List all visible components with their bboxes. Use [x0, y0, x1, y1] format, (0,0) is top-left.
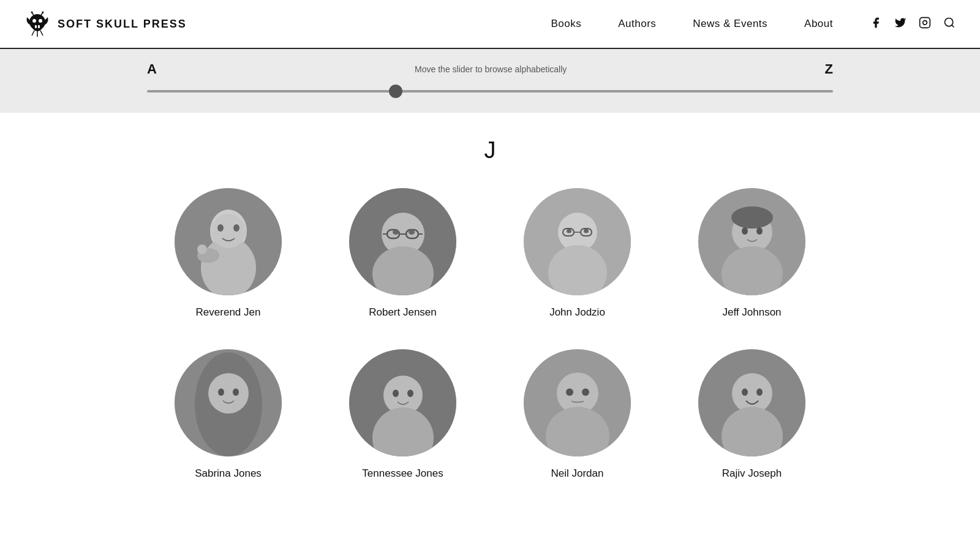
main-content: J Reverend Jen Robert Jensen — [0, 113, 980, 516]
slider-labels: A Move the slider to browse alphabetical… — [147, 61, 833, 77]
author-name-sabrina-jones: Sabrina Jones — [195, 467, 262, 480]
svg-point-52 — [218, 388, 224, 396]
svg-rect-13 — [920, 17, 930, 28]
nav-about[interactable]: About — [804, 18, 833, 30]
alpha-slider-section: A Move the slider to browse alphabetical… — [0, 49, 980, 113]
author-item-rajiv-joseph[interactable]: Rajiv Joseph — [671, 349, 833, 480]
svg-point-58 — [407, 390, 413, 397]
author-item-robert-jensen[interactable]: Robert Jensen — [322, 188, 484, 319]
author-photo-neil-jordan — [524, 349, 631, 456]
svg-point-34 — [409, 230, 415, 235]
author-photo-jeff-johnson — [698, 188, 805, 295]
svg-point-2 — [32, 19, 36, 23]
svg-line-16 — [952, 25, 954, 27]
author-name-rajiv-joseph: Rajiv Joseph — [722, 467, 782, 480]
svg-point-1 — [33, 25, 42, 31]
slider-label-a: A — [147, 61, 157, 77]
author-item-sabrina-jones[interactable]: Sabrina Jones — [147, 349, 309, 480]
author-item-jeff-johnson[interactable]: Jeff Johnson — [671, 188, 833, 319]
svg-point-20 — [211, 214, 246, 248]
author-item-neil-jordan[interactable]: Neil Jordan — [496, 349, 658, 480]
author-name-robert-jensen: Robert Jensen — [369, 306, 437, 319]
svg-point-21 — [217, 224, 224, 232]
svg-point-41 — [567, 229, 571, 233]
author-name-tennessee-jones: Tennessee Jones — [362, 467, 443, 480]
svg-point-15 — [945, 18, 953, 26]
twitter-icon[interactable] — [894, 17, 907, 32]
svg-point-47 — [742, 227, 748, 235]
site-header: SOFT SKULL PRESS Books Authors News & Ev… — [0, 0, 980, 49]
author-item-reverend-jen[interactable]: Reverend Jen — [147, 188, 309, 319]
logo-link[interactable]: SOFT SKULL PRESS — [24, 11, 187, 37]
slider-hint: Move the slider to browse alphabetically — [415, 64, 567, 74]
author-item-tennessee-jones[interactable]: Tennessee Jones — [322, 349, 484, 480]
author-photo-rajiv-joseph — [698, 349, 805, 456]
logo-text: SOFT SKULL PRESS — [58, 18, 187, 31]
svg-point-48 — [756, 227, 763, 235]
author-name-neil-jordan: Neil Jordan — [551, 467, 604, 480]
authors-grid: Reverend Jen Robert Jensen John Jodzio — [147, 188, 833, 480]
svg-point-53 — [233, 388, 239, 396]
svg-point-68 — [756, 388, 763, 396]
instagram-icon[interactable] — [919, 17, 931, 32]
author-photo-tennessee-jones — [349, 349, 456, 456]
current-letter: J — [147, 137, 833, 164]
main-nav: Books Authors News & Events About — [551, 18, 833, 30]
author-photo-john-jodzio — [524, 188, 631, 295]
nav-authors[interactable]: Authors — [618, 18, 656, 30]
author-photo-reverend-jen — [175, 188, 282, 295]
nav-news-events[interactable]: News & Events — [693, 18, 767, 30]
svg-point-51 — [208, 373, 249, 414]
author-photo-robert-jensen — [349, 188, 456, 295]
svg-point-46 — [731, 206, 773, 229]
svg-rect-4 — [35, 25, 37, 28]
author-photo-sabrina-jones — [175, 349, 282, 456]
svg-line-10 — [32, 31, 34, 36]
logo-icon — [24, 11, 50, 37]
slider-label-z: Z — [825, 61, 833, 77]
slider-track-wrapper — [147, 82, 833, 100]
facebook-icon[interactable] — [870, 17, 882, 32]
author-name-jeff-johnson: Jeff Johnson — [722, 306, 781, 319]
nav-books[interactable]: Books — [551, 18, 581, 30]
svg-point-33 — [393, 230, 399, 235]
svg-point-22 — [233, 224, 239, 232]
svg-rect-5 — [38, 25, 40, 28]
svg-point-9 — [42, 12, 44, 13]
svg-point-42 — [584, 229, 589, 233]
author-name-reverend-jen: Reverend Jen — [196, 306, 261, 319]
alpha-slider[interactable] — [147, 90, 833, 93]
svg-point-3 — [39, 19, 42, 23]
author-name-john-jodzio: John Jodzio — [549, 306, 605, 319]
search-button[interactable] — [943, 17, 956, 32]
svg-point-57 — [393, 390, 399, 397]
svg-point-63 — [582, 388, 589, 396]
svg-point-24 — [197, 244, 207, 254]
social-icons — [870, 17, 956, 32]
svg-point-8 — [31, 12, 33, 13]
svg-line-12 — [40, 31, 43, 36]
svg-point-67 — [742, 388, 748, 396]
svg-point-62 — [566, 388, 573, 396]
author-item-john-jodzio[interactable]: John Jodzio — [496, 188, 658, 319]
